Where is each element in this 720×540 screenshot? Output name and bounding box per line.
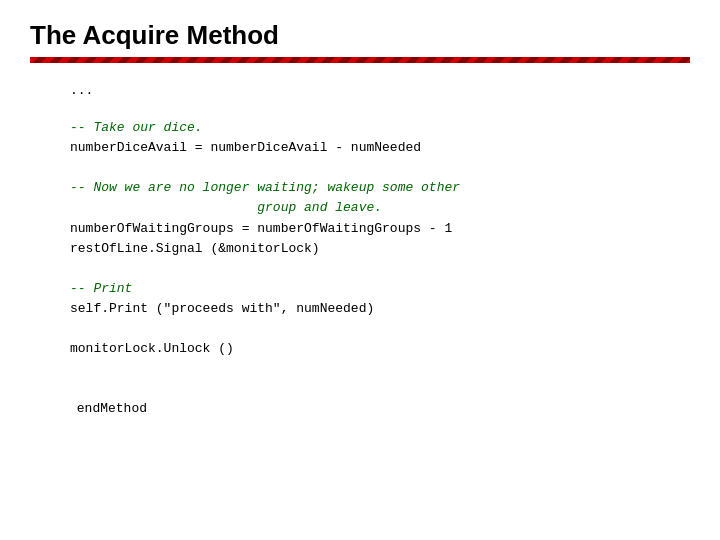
divider (30, 57, 690, 63)
comment-text-1: -- Take our dice. (70, 120, 203, 135)
comment-text-2a: -- Now we are no longer waiting; wakeup … (70, 180, 460, 195)
code-line-unlock: monitorLock.Unlock () (70, 339, 690, 359)
code-block-4: monitorLock.Unlock () (70, 339, 690, 359)
code-line-rest-of-line: restOfLine.Signal (&monitorLock) (70, 239, 690, 259)
ellipsis-text: ... (70, 83, 93, 98)
comment-take-dice: -- Take our dice. (70, 118, 690, 138)
code-text-3: self.Print ("proceeds with", numNeeded) (70, 301, 374, 316)
code-line-self-print: self.Print ("proceeds with", numNeeded) (70, 299, 690, 319)
code-block-2: -- Now we are no longer waiting; wakeup … (70, 178, 690, 259)
code-block-3: -- Print self.Print ("proceeds with", nu… (70, 279, 690, 319)
ellipsis-line: ... (70, 83, 690, 98)
code-text-1: numberDiceAvail = numberDiceAvail - numN… (70, 140, 421, 155)
page-title: The Acquire Method (30, 20, 690, 51)
page: The Acquire Method ... -- Take our dice.… (0, 0, 720, 540)
comment-print: -- Print (70, 279, 690, 299)
comment-no-longer-waiting-2: group and leave. (70, 198, 690, 218)
code-text-2b: restOfLine.Signal (&monitorLock) (70, 241, 320, 256)
code-line-waiting-groups: numberOfWaitingGroups = numberOfWaitingG… (70, 219, 690, 239)
code-text-2a: numberOfWaitingGroups = numberOfWaitingG… (70, 221, 452, 236)
code-line-dice-avail: numberDiceAvail = numberDiceAvail - numN… (70, 138, 690, 158)
end-method-text: endMethod (77, 401, 147, 416)
end-method-line: endMethod (30, 379, 690, 439)
code-text-4: monitorLock.Unlock () (70, 341, 234, 356)
comment-text-3: -- Print (70, 281, 132, 296)
content-area: ... -- Take our dice. numberDiceAvail = … (30, 83, 690, 440)
comment-text-2b: group and leave. (70, 200, 382, 215)
code-block-1: -- Take our dice. numberDiceAvail = numb… (70, 118, 690, 158)
comment-no-longer-waiting-1: -- Now we are no longer waiting; wakeup … (70, 178, 690, 198)
